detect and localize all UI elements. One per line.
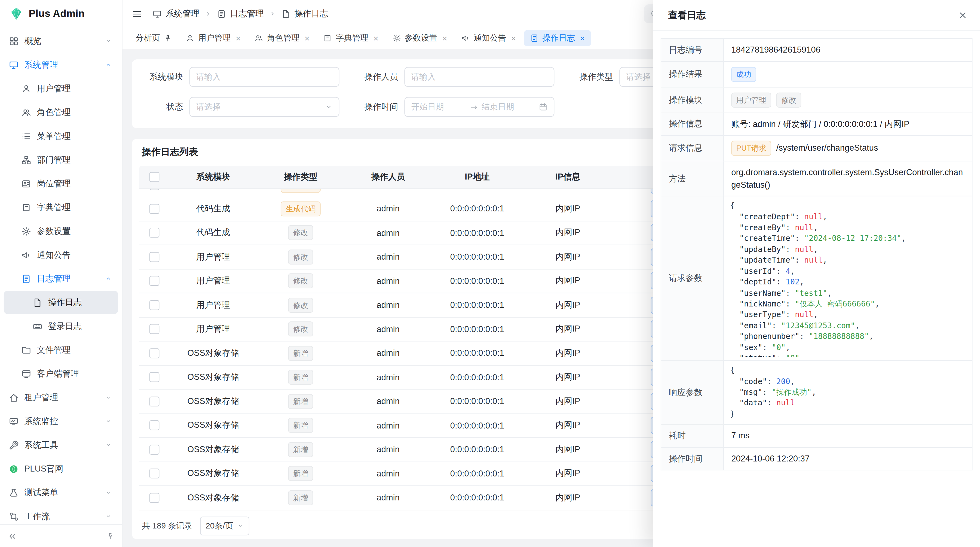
collapse-sidebar-icon[interactable] xyxy=(8,531,17,541)
app-logo[interactable]: Plus Admin xyxy=(0,0,122,27)
operator-input[interactable]: 请输入 xyxy=(404,67,554,87)
row-checkbox[interactable] xyxy=(150,300,159,310)
row-checkbox[interactable] xyxy=(150,324,159,334)
value-tag: PUT请求 xyxy=(731,141,771,156)
sidebar-item-label: 概览 xyxy=(24,35,105,46)
op-type-placeholder: 请选择 xyxy=(626,71,651,83)
tab-dict-mgmt[interactable]: 字典管理× xyxy=(317,30,385,46)
gear-icon xyxy=(392,34,401,43)
cell-module: OSS对象存储 xyxy=(169,492,257,503)
close-drawer-icon[interactable] xyxy=(958,10,967,20)
row-checkbox[interactable] xyxy=(150,348,159,358)
cell-ip-info: 内网IP xyxy=(522,396,613,407)
row-checkbox[interactable] xyxy=(150,469,159,478)
column-header: 操作人员 xyxy=(344,171,432,182)
row-checkbox[interactable] xyxy=(150,493,159,503)
sidebar-item-label: 租户管理 xyxy=(24,392,105,403)
drawer-title: 查看日志 xyxy=(668,9,706,21)
close-tab-icon[interactable]: × xyxy=(236,34,241,43)
sidebar-item-login-log[interactable]: 登录日志 xyxy=(4,315,118,338)
tab-param-settings[interactable]: 参数设置× xyxy=(386,30,453,46)
sidebar-item-label: 登录日志 xyxy=(48,321,118,332)
system-icon xyxy=(9,60,19,70)
request-params-code-block[interactable]: { "createDept": null, "createBy": null, … xyxy=(724,200,969,357)
sidebar-item-role-mgmt[interactable]: 角色管理 xyxy=(4,101,118,124)
sidebar-item-workflow[interactable]: 工作流 xyxy=(4,505,118,524)
field-label: 响应参数 xyxy=(661,361,724,424)
pin-icon[interactable] xyxy=(164,34,172,42)
filter-module-label: 系统模块 xyxy=(139,71,183,83)
tab-notice[interactable]: 通知公告× xyxy=(455,30,522,46)
sidebar-item-plus-site[interactable]: PLUS官网 xyxy=(4,457,118,480)
sidebar-item-operation-log[interactable]: 操作日志 xyxy=(4,291,118,314)
sidebar-item-param-settings[interactable]: 参数设置 xyxy=(4,220,118,243)
cell-operator: admin xyxy=(344,300,432,310)
sidebar-item-tenant-mgmt[interactable]: 租户管理 xyxy=(4,386,118,409)
tab-role-mgmt[interactable]: 角色管理× xyxy=(248,30,316,46)
status-select[interactable]: 请选择 xyxy=(189,97,339,117)
close-tab-icon[interactable]: × xyxy=(442,34,447,43)
select-all-checkbox[interactable] xyxy=(150,172,159,182)
row-checkbox[interactable] xyxy=(150,445,159,455)
cell-ip: 0:0:0:0:0:0:0:1 xyxy=(432,276,522,285)
op-time-range-picker[interactable]: 开始日期 结束日期 xyxy=(404,97,554,117)
log-icon xyxy=(21,273,31,284)
drawer-body: 日志编号1842781986426159106操作结果成功操作模块用户管理修改操… xyxy=(653,31,980,478)
pin-sidebar-icon[interactable] xyxy=(106,532,115,540)
megaphone-icon xyxy=(461,34,470,43)
sidebar-item-system-mgmt[interactable]: 系统管理 xyxy=(4,53,118,76)
sidebar-item-post-mgmt[interactable]: 岗位管理 xyxy=(4,172,118,195)
tab-operation-log[interactable]: 操作日志× xyxy=(524,30,591,46)
sidebar-item-dict-mgmt[interactable]: 字典管理 xyxy=(4,196,118,219)
close-tab-icon[interactable]: × xyxy=(374,34,379,43)
close-tab-icon[interactable]: × xyxy=(511,34,516,43)
close-tab-icon[interactable]: × xyxy=(580,34,585,43)
field-label: 操作信息 xyxy=(661,113,724,136)
module-input[interactable]: 请输入 xyxy=(189,67,339,87)
page-size-select[interactable]: 20条/页 xyxy=(200,516,250,535)
breadcrumb-label: 操作日志 xyxy=(294,8,328,19)
row-checkbox[interactable] xyxy=(150,252,159,262)
sidebar-item-client-mgmt[interactable]: 客户端管理 xyxy=(4,362,118,385)
cell-ip-info: 内网IP xyxy=(522,468,613,479)
sidebar-item-label: 岗位管理 xyxy=(37,178,118,189)
column-header: 操作类型 xyxy=(257,171,344,182)
sidebar-item-system-monitor[interactable]: 系统监控 xyxy=(4,410,118,433)
tab-analysis[interactable]: 分析页 xyxy=(129,30,178,46)
close-tab-icon[interactable]: × xyxy=(305,34,310,43)
cell-ip: 0:0:0:0:0:0:0:1 xyxy=(432,469,522,478)
row-checkbox[interactable] xyxy=(150,420,159,431)
row-checkbox[interactable] xyxy=(150,204,159,214)
total-records: 共 189 条记录 xyxy=(142,520,192,531)
cell-ip-info: 内网IP xyxy=(522,372,613,383)
detail-row-method: 方法org.dromara.system.controller.system.S… xyxy=(661,161,972,197)
sidebar-item-test-menu[interactable]: 测试菜单 xyxy=(4,481,118,504)
cell-operator: admin xyxy=(344,445,432,454)
sidebar-item-file-mgmt[interactable]: 文件管理 xyxy=(4,338,118,362)
row-checkbox[interactable] xyxy=(150,228,159,238)
row-checkbox[interactable] xyxy=(150,396,159,407)
cell-operator: admin xyxy=(344,324,432,334)
row-checkbox[interactable] xyxy=(150,276,159,286)
operator-placeholder: 请输入 xyxy=(411,71,436,83)
sidebar-item-log-mgmt[interactable]: 日志管理 xyxy=(4,267,118,290)
role-icon xyxy=(21,107,31,117)
row-checkbox[interactable] xyxy=(150,189,159,190)
app-root: Plus Admin 概览系统管理用户管理角色管理菜单管理部门管理岗位管理字典管… xyxy=(0,0,980,547)
sidebar-item-system-tools[interactable]: 系统工具 xyxy=(4,434,118,456)
sidebar-item-user-mgmt[interactable]: 用户管理 xyxy=(4,77,118,100)
sidebar-item-label: 测试菜单 xyxy=(24,487,105,498)
breadcrumb-item-log-mgmt[interactable]: 日志管理 xyxy=(217,8,264,19)
cell-ip-info: 内网IP xyxy=(522,276,613,287)
breadcrumb-item-system-mgmt[interactable]: 系统管理 xyxy=(153,8,199,19)
breadcrumb-item-operation-log[interactable]: 操作日志 xyxy=(281,8,328,19)
row-checkbox[interactable] xyxy=(150,372,159,383)
sidebar-item-dept-mgmt[interactable]: 部门管理 xyxy=(4,148,118,171)
sidebar-item-overview[interactable]: 概览 xyxy=(4,29,118,53)
sidebar-item-notice[interactable]: 通知公告 xyxy=(4,243,118,266)
sidebar-item-menu-mgmt[interactable]: 菜单管理 xyxy=(4,124,118,148)
hamburger-menu-icon[interactable] xyxy=(132,8,142,19)
filter-module: 系统模块 请输入 xyxy=(139,67,339,87)
tenant-icon xyxy=(9,392,19,403)
tab-user-mgmt[interactable]: 用户管理× xyxy=(180,30,247,46)
